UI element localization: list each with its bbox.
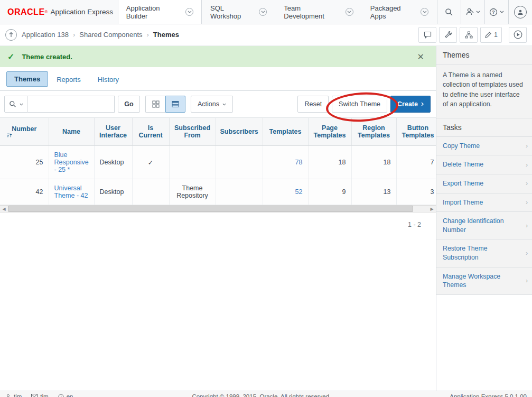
- chevron-down-icon[interactable]: [259, 8, 267, 16]
- tab-packaged-apps[interactable]: Packaged Apps: [362, 0, 437, 24]
- edit-page-button[interactable]: 1: [480, 27, 502, 43]
- horizontal-scrollbar[interactable]: ◀ ▶: [0, 205, 436, 213]
- envelope-icon: [31, 394, 38, 397]
- sidebar-tasks-title: Tasks: [436, 118, 532, 137]
- shared-components-button[interactable]: [460, 27, 478, 43]
- templates-count-link[interactable]: 52: [295, 188, 303, 196]
- column-header-is-current[interactable]: Is Current: [132, 118, 169, 146]
- chevron-down-icon[interactable]: [421, 8, 428, 16]
- reset-button[interactable]: Reset: [297, 96, 329, 113]
- tab-themes[interactable]: Themes: [6, 71, 48, 87]
- theme-name-link[interactable]: Universal Theme - 42: [54, 184, 88, 199]
- up-level-button[interactable]: [5, 29, 17, 41]
- task-delete-theme[interactable]: Delete Theme›: [436, 155, 532, 174]
- column-header-subscribed-from[interactable]: Subscribed From: [169, 118, 216, 146]
- cell-user-interface: Desktop: [94, 146, 132, 179]
- sidebar-themes-title: Themes: [436, 46, 532, 64]
- column-header-user-interface[interactable]: User Interface: [94, 118, 132, 146]
- table-row: 25 Blue Responsive - 25 * Desktop ✓ 78 1…: [0, 146, 436, 179]
- templates-count-link[interactable]: 78: [295, 159, 303, 166]
- cell-subscribed-from: Theme Repository: [169, 179, 216, 205]
- tab-team-development[interactable]: Team Development: [275, 0, 361, 24]
- scrollbar-track[interactable]: [413, 206, 428, 212]
- task-copy-theme[interactable]: Copy Theme›: [436, 137, 532, 156]
- success-check-icon: ✓: [7, 52, 14, 62]
- task-export-theme[interactable]: Export Theme›: [436, 174, 532, 193]
- table-row: 42 Universal Theme - 42 Desktop Theme Re…: [0, 179, 436, 205]
- cell-subscribed-from: [169, 146, 216, 179]
- column-header-page-templates[interactable]: Page Templates: [308, 118, 351, 146]
- cell-is-current: [132, 179, 169, 205]
- column-header-name[interactable]: Name: [49, 118, 94, 146]
- switch-theme-button[interactable]: Switch Theme: [332, 96, 387, 113]
- scrollbar-thumb[interactable]: [8, 206, 413, 212]
- actions-menu-button[interactable]: Actions: [191, 96, 233, 113]
- apex-builder-window: ORACLE® Application Express Application …: [0, 0, 532, 397]
- footer-mail[interactable]: tim: [31, 393, 48, 397]
- chevron-right-icon: ›: [526, 276, 528, 285]
- icon-view-button[interactable]: [145, 96, 165, 113]
- task-change-identification-number[interactable]: Change Identification Number›: [436, 212, 532, 239]
- help-menu-button[interactable]: ?: [484, 0, 508, 24]
- avatar: [514, 6, 527, 19]
- breadcrumb-shared-components[interactable]: Shared Components: [79, 31, 142, 39]
- top-nav-tabs: Application Builder SQL Workshop Team De…: [118, 0, 437, 24]
- tab-sql-workshop[interactable]: SQL Workshop: [202, 0, 275, 24]
- run-application-button[interactable]: [509, 27, 527, 43]
- page-tab-strip: Themes Reports History: [0, 67, 436, 91]
- create-button[interactable]: Create: [390, 96, 431, 113]
- chevron-down-icon[interactable]: [346, 8, 353, 16]
- administration-menu-button[interactable]: [461, 0, 484, 24]
- footer-session-info: tim tim en: [5, 393, 73, 397]
- column-header-region-templates[interactable]: Region Templates: [351, 118, 396, 146]
- cell-button-templates: 3: [396, 179, 436, 205]
- chevron-right-icon: ›: [526, 249, 528, 258]
- cell-name: Universal Theme - 42: [49, 179, 94, 205]
- column-header-number[interactable]: Number: [0, 118, 49, 146]
- cell-name: Blue Responsive - 25 *: [49, 146, 94, 179]
- search-input[interactable]: [27, 96, 115, 113]
- task-import-theme[interactable]: Import Theme›: [436, 193, 532, 213]
- tab-application-builder[interactable]: Application Builder: [118, 0, 202, 24]
- help-icon: ?: [489, 8, 498, 16]
- go-button[interactable]: Go: [118, 96, 140, 113]
- themes-report: Number Name User Interface Is Current Su…: [0, 117, 436, 205]
- comment-bubble-icon: [424, 31, 432, 39]
- task-restore-theme-subscription[interactable]: Restore Theme Subscription›: [436, 239, 532, 267]
- breadcrumb-application[interactable]: Application 138: [22, 31, 69, 39]
- report-view-button[interactable]: [165, 96, 185, 113]
- search-column-selector[interactable]: [4, 96, 27, 113]
- column-header-templates[interactable]: Templates: [263, 118, 308, 146]
- utilities-button[interactable]: [439, 27, 457, 43]
- footer-language[interactable]: en: [58, 393, 73, 397]
- cell-number: 42: [0, 179, 49, 205]
- footer-user[interactable]: tim: [5, 393, 22, 397]
- admin-user-icon: [466, 8, 474, 16]
- cell-templates: 78: [263, 146, 308, 179]
- user-account-button[interactable]: [508, 0, 532, 24]
- search-button[interactable]: [437, 0, 461, 24]
- theme-name-link[interactable]: Blue Responsive - 25 *: [54, 151, 89, 173]
- scroll-left-arrow[interactable]: ◀: [0, 206, 8, 212]
- breadcrumb-current-page: Themes: [153, 31, 179, 39]
- feedback-button[interactable]: [418, 27, 436, 43]
- column-header-button-templates[interactable]: Button Templates: [396, 118, 436, 146]
- tab-history[interactable]: History: [89, 72, 127, 87]
- column-header-subscribers[interactable]: Subscribers: [216, 118, 263, 146]
- chevron-right-icon: ›: [526, 198, 528, 207]
- success-message: ✓ Theme created. ✕: [0, 46, 436, 67]
- scroll-right-arrow[interactable]: ▶: [428, 206, 436, 212]
- main-area: ✓ Theme created. ✕ Themes Reports Histor…: [0, 46, 532, 397]
- pagination-label: 1 - 2: [0, 213, 436, 228]
- edit-page-number: 1: [494, 31, 498, 39]
- chevron-down-icon[interactable]: [185, 8, 193, 16]
- cell-region-templates: 13: [351, 179, 396, 205]
- close-message-button[interactable]: ✕: [413, 52, 428, 62]
- tab-reports[interactable]: Reports: [48, 72, 89, 87]
- sidebar-themes-description: A Theme is a named collection of templat…: [436, 64, 532, 118]
- footer-bar: tim tim en Copyright © 1999, 2015, Oracl…: [0, 391, 532, 397]
- task-manage-workspace-themes[interactable]: Manage Workspace Themes›: [436, 267, 532, 295]
- cell-user-interface: Desktop: [94, 179, 132, 205]
- top-navigation-bar: ORACLE® Application Express Application …: [0, 0, 532, 24]
- cell-page-templates: 9: [308, 179, 351, 205]
